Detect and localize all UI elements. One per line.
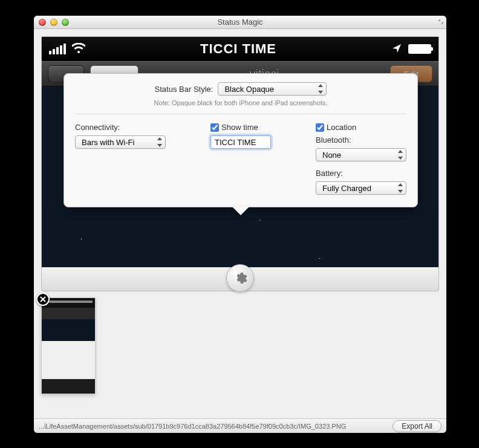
minimize-button[interactable]: [50, 19, 57, 26]
time-input[interactable]: [210, 135, 271, 149]
style-label: Status Bar Style:: [155, 85, 213, 94]
battery-select[interactable]: Fully Charged: [316, 181, 406, 195]
wifi-icon: [72, 43, 85, 56]
bluetooth-label: Bluetooth:: [316, 135, 406, 144]
settings-popover: Status Bar Style: Black Opaque Note: Opa…: [64, 73, 418, 207]
titlebar[interactable]: Status Magic: [34, 16, 446, 29]
window-controls: [39, 19, 69, 26]
thumbnail-remove-button[interactable]: [36, 293, 50, 306]
preview-status-bar: TICCI TIME: [42, 37, 438, 61]
status-footer: ...iLifeAssetManagement/assets/sub/01791…: [34, 418, 446, 433]
gear-button[interactable]: [226, 264, 254, 292]
battery-icon: [408, 44, 431, 54]
location-label: Location: [327, 123, 356, 132]
right-column: Location Bluetooth: None Battery: Fully …: [316, 123, 406, 195]
show-time-label: Show time: [221, 123, 258, 132]
signal-bars-icon: [49, 44, 66, 54]
screenshot-thumbnail[interactable]: [41, 297, 96, 394]
zoom-button[interactable]: [62, 19, 69, 26]
settings-strip: [41, 267, 439, 291]
app-window: Status Magic TICCI TIME viticci Edit: [34, 16, 446, 433]
style-note: Note: Opaque black for both iPhone and i…: [75, 99, 406, 114]
window-title: Status Magic: [217, 18, 262, 27]
connectivity-select[interactable]: Bars with Wi-Fi: [75, 135, 166, 149]
export-all-button[interactable]: Export All: [393, 420, 442, 432]
location-arrow-icon: [391, 43, 402, 56]
style-select[interactable]: Black Opaque: [218, 82, 327, 96]
gear-icon: [233, 271, 247, 285]
show-time-checkbox[interactable]: [210, 123, 219, 132]
file-path: ...iLifeAssetManagement/assets/sub/01791…: [39, 423, 388, 430]
location-checkbox[interactable]: [316, 123, 324, 132]
battery-label: Battery:: [316, 169, 406, 178]
connectivity-label: Connectivity:: [75, 123, 166, 132]
close-button[interactable]: [39, 19, 46, 26]
fullscreen-icon[interactable]: [437, 18, 445, 27]
time-column: Show time: [210, 123, 271, 195]
status-bar-time: TICCI TIME: [85, 41, 391, 57]
bluetooth-select[interactable]: None: [316, 148, 406, 161]
preview-pane: TICCI TIME viticci Edit Status Bar Style…: [41, 36, 439, 278]
close-icon: [40, 296, 46, 302]
thumbnails-area: [34, 291, 446, 406]
connectivity-column: Connectivity: Bars with Wi-Fi: [75, 123, 166, 195]
